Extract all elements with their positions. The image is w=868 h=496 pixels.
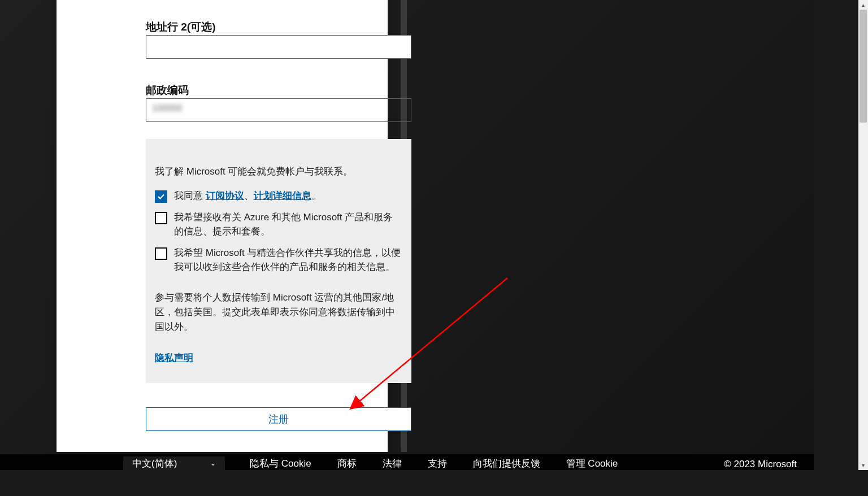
language-selector-label: 中文(简体) bbox=[132, 457, 177, 470]
scrollbar-down-icon[interactable]: ▾ bbox=[858, 460, 868, 470]
agree-terms-label: 我同意 订阅协议、计划详细信息。 bbox=[174, 189, 402, 203]
footer-trademark-link[interactable]: 商标 bbox=[337, 457, 357, 470]
plan-details-link[interactable]: 计划详细信息 bbox=[254, 190, 311, 201]
data-transfer-notice: 参与需要将个人数据传输到 Microsoft 运营的其他国家/地区，包括美国。提… bbox=[155, 290, 402, 335]
postal-code-label: 邮政编码 bbox=[146, 83, 189, 98]
agreement-panel: 我了解 Microsoft 可能会就免费帐户与我联系。 我同意 订阅协议、计划详… bbox=[146, 139, 411, 383]
partner-share-checkbox[interactable] bbox=[155, 247, 167, 260]
language-selector[interactable]: 中文(简体) ⌄ bbox=[123, 456, 225, 470]
scrollbar-thumb[interactable] bbox=[860, 10, 867, 123]
register-button[interactable]: 注册 bbox=[146, 407, 411, 431]
signup-form-card: 地址行 2(可选) 邮政编码 100000 我了解 Microsoft 可能会就… bbox=[57, 0, 388, 452]
marketing-optin-label: 我希望接收有关 Azure 和其他 Microsoft 产品和服务的信息、提示和… bbox=[174, 211, 402, 238]
marketing-optin-checkbox[interactable] bbox=[155, 212, 167, 224]
footer-feedback-link[interactable]: 向我们提供反馈 bbox=[473, 457, 540, 470]
footer-privacy-cookie-link[interactable]: 隐私与 Cookie bbox=[250, 457, 311, 470]
privacy-statement-link[interactable]: 隐私声明 bbox=[155, 353, 193, 363]
scrollbar-up-icon[interactable]: ▴ bbox=[858, 0, 868, 10]
agreement-intro-text: 我了解 Microsoft 可能会就免费帐户与我联系。 bbox=[155, 164, 402, 179]
partner-share-label: 我希望 Microsoft 与精选合作伙伴共享我的信息，以便我可以收到这些合作伙… bbox=[174, 246, 402, 274]
agree-terms-checkbox[interactable] bbox=[155, 190, 167, 203]
footer-legal-link[interactable]: 法律 bbox=[383, 457, 402, 470]
chevron-down-icon: ⌄ bbox=[210, 459, 216, 467]
footer-copyright: © 2023 Microsoft bbox=[724, 459, 797, 470]
footer-manage-cookie-link[interactable]: 管理 Cookie bbox=[566, 457, 618, 470]
footer-bar: 中文(简体) ⌄ 隐私与 Cookie 商标 法律 支持 向我们提供反馈 管理 … bbox=[0, 454, 814, 470]
checkmark-icon bbox=[157, 193, 165, 201]
address-line-2-input[interactable] bbox=[146, 35, 411, 59]
postal-code-input[interactable]: 100000 bbox=[146, 98, 411, 122]
subscription-agreement-link[interactable]: 订阅协议 bbox=[206, 190, 244, 201]
footer-support-link[interactable]: 支持 bbox=[428, 457, 447, 470]
postal-code-value: 100000 bbox=[152, 103, 182, 113]
os-scrollbar[interactable]: ▴ ▾ bbox=[858, 0, 868, 470]
address-line-2-label: 地址行 2(可选) bbox=[146, 20, 216, 34]
page-background: 地址行 2(可选) 邮政编码 100000 我了解 Microsoft 可能会就… bbox=[0, 0, 814, 470]
